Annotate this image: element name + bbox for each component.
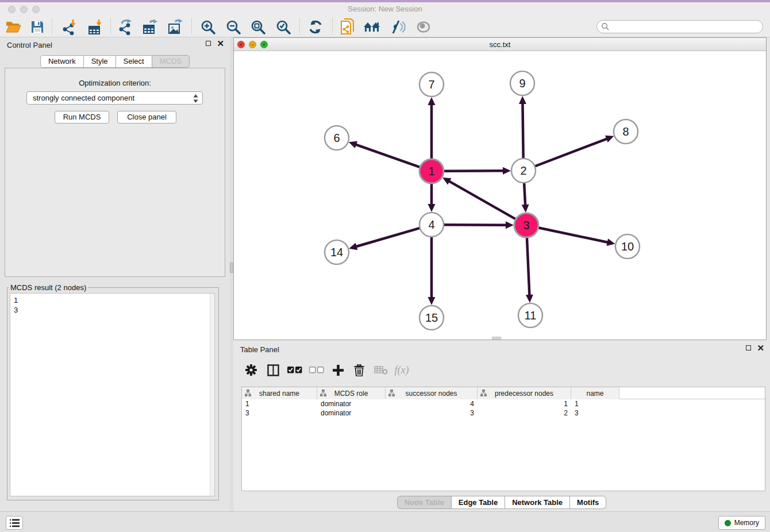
hide-annotations-icon[interactable] [387,18,408,36]
select-all-checkboxes-icon[interactable] [286,361,303,379]
cell-shared_name[interactable]: 3 [242,408,317,418]
export-table-icon[interactable] [140,18,160,36]
show-annotations-icon[interactable] [413,18,434,36]
column-header-name[interactable]: name [571,387,619,399]
graph-edge-4-3[interactable] [444,225,507,225]
new-network-icon[interactable] [337,18,358,36]
network-canvas[interactable]: 1234678910111415 [234,51,766,340]
mcds-result-textarea[interactable]: 1 3 [10,293,215,496]
search-input[interactable] [610,21,763,32]
control-panel-header: Control Panel ✕ [0,37,230,52]
tab-network[interactable]: Network [40,55,84,68]
table-panel-header: Table Panel ✕ [233,342,770,357]
run-mcds-button[interactable]: Run MCDS [55,111,109,124]
column-header-shared_name[interactable]: shared name [242,387,317,399]
cell-name[interactable]: 3 [571,408,619,418]
cell-successor_nodes[interactable]: 3 [386,408,478,418]
close-panel-button[interactable]: Close panel [117,111,176,124]
split-columns-icon[interactable] [264,361,282,379]
export-image-icon[interactable] [165,18,186,36]
float-panel-icon[interactable] [206,41,211,46]
toolbar-separator [299,18,300,34]
optimization-criterion-label: Optimization criterion: [5,79,225,87]
window-title: Session: New Session [0,5,770,13]
main-toolbar [0,16,770,37]
graph-edge-2-9[interactable] [522,102,523,159]
hierarchy-icon [480,390,487,396]
network-window-title: scc.txt [234,40,766,49]
cell-shared_name[interactable]: 1 [242,399,317,408]
graph-node-label-8: 8 [622,125,629,138]
graph-edge-arrowhead [428,297,436,305]
graph-edge-1-6[interactable] [355,144,420,167]
float-table-panel-icon[interactable] [746,345,751,350]
memory-button[interactable]: Memory [718,516,765,530]
graph-edge-3-10[interactable] [538,228,609,242]
control-panel: Control Panel ✕ NetworkStyleSelectMCDS O… [0,37,230,511]
hierarchy-icon [320,390,326,396]
graph-edge-1-2[interactable] [444,171,505,171]
graph-edge-2-8[interactable] [535,138,609,167]
cell-name[interactable]: 1 [571,399,619,408]
tab-network-table[interactable]: Network Table [505,496,570,509]
first-neighbors-icon[interactable] [362,18,383,36]
table-row[interactable]: 3dominator323 [242,408,765,418]
graph-edge-4-14[interactable] [355,228,420,247]
zoom-fit-icon[interactable] [248,18,268,36]
tab-edge-table[interactable]: Edge Table [452,496,505,509]
gear-icon[interactable] [242,361,260,379]
table-header-row: shared nameMCDS rolesuccessor nodesprede… [242,387,765,399]
delete-column-icon[interactable] [351,361,368,379]
node-table[interactable]: shared nameMCDS rolesuccessor nodesprede… [241,387,765,491]
graph-edge-arrowhead [606,238,615,246]
cell-predecessor_nodes[interactable]: 2 [478,408,571,418]
cell-mcds_role[interactable]: dominator [317,399,386,408]
add-column-icon[interactable] [329,361,346,379]
column-label: successor nodes [405,390,457,398]
tab-style[interactable]: Style [84,55,116,68]
column-header-mcds_role[interactable]: MCDS role [317,387,386,399]
table-panel: Table Panel ✕ [233,342,770,511]
graph-edge-3-11[interactable] [527,237,530,296]
export-network-icon[interactable] [115,18,136,36]
zoom-out-icon[interactable] [223,18,244,36]
column-header-predecessor_nodes[interactable]: predecessor nodes [478,387,571,399]
cell-mcds_role[interactable]: dominator [317,408,386,418]
graph-edge-arrowhead [506,221,514,229]
zoom-in-icon[interactable] [198,18,218,36]
graph-node-label-14: 14 [330,246,343,259]
tab-node-table[interactable]: Node Table [397,496,452,509]
open-session-icon[interactable] [3,18,24,36]
zoom-selected-icon[interactable] [273,18,294,36]
column-header-successor_nodes[interactable]: successor nodes [386,387,478,399]
graph-edge-3-1[interactable] [448,180,516,219]
graph-node-label-4: 4 [428,218,434,231]
graph-edge-arrowhead [349,141,357,148]
table-body: 1dominator4113dominator323 [242,399,765,418]
result-scrollbar[interactable] [210,294,214,496]
tab-mcds[interactable]: MCDS [152,55,190,68]
tab-motifs[interactable]: Motifs [570,496,606,509]
import-network-icon[interactable] [59,18,79,36]
control-panel-tabs: NetworkStyleSelectMCDS [0,55,230,68]
function-builder-icon[interactable]: f(x) [393,361,410,379]
tab-select[interactable]: Select [116,55,152,68]
table-row[interactable]: 1dominator411 [242,399,765,408]
mcds-result-box: MCDS result (2 nodes) 1 3 [7,283,219,500]
deselect-all-checkboxes-icon[interactable] [308,361,325,379]
main-titlebar: Session: New Session [0,2,770,16]
search-box [596,20,763,33]
close-table-panel-icon[interactable]: ✕ [757,345,764,351]
refresh-icon[interactable] [305,18,326,36]
delete-table-icon[interactable] [372,361,390,379]
hierarchy-icon [388,390,395,396]
graph-edge-2-3[interactable] [524,183,525,206]
window-resize-grip[interactable] [492,337,501,340]
cell-predecessor_nodes[interactable]: 1 [478,399,571,408]
close-panel-icon[interactable]: ✕ [217,40,224,47]
cell-successor_nodes[interactable]: 4 [386,399,478,408]
optimization-select[interactable]: strongly connected component [26,91,203,105]
task-history-button[interactable] [6,516,23,530]
import-table-icon[interactable] [85,18,106,36]
save-session-icon[interactable] [27,18,48,36]
